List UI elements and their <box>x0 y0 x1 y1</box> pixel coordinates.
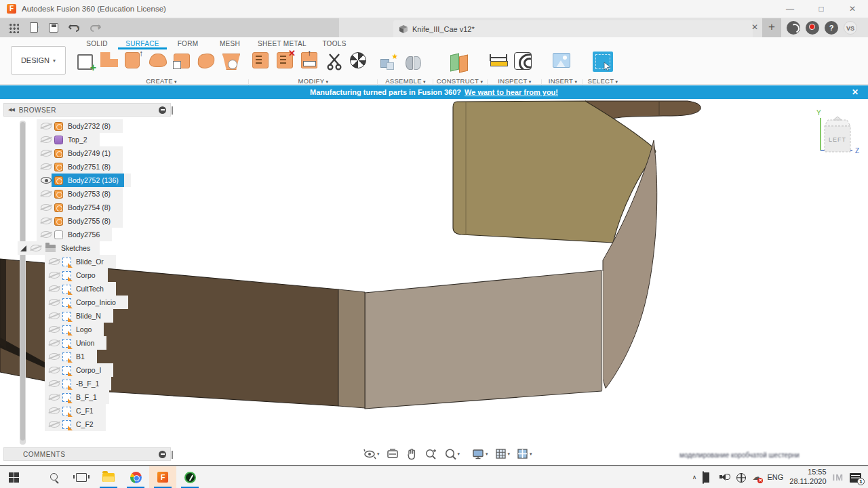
grid-settings-button[interactable]: ▾ <box>493 447 513 462</box>
visibility-eye-icon[interactable] <box>41 163 52 170</box>
visibility-eye-icon[interactable] <box>41 150 52 157</box>
model-viewport[interactable]: Y Z LEFT ◀◀ BROWSER Body2732 (8)Top_2Bod… <box>0 99 868 465</box>
comments-panel-header[interactable]: COMMENTS <box>3 447 171 461</box>
battery-icon[interactable] <box>703 472 713 483</box>
view-cube-face-label[interactable]: LEFT <box>829 136 846 143</box>
press-pull-icon[interactable] <box>301 52 317 68</box>
visibility-eye-icon[interactable] <box>49 421 60 428</box>
sweep-icon[interactable] <box>149 54 167 67</box>
redo-caret[interactable]: ▾ <box>98 25 100 30</box>
app-grid-icon[interactable] <box>8 22 19 33</box>
start-button[interactable] <box>0 466 27 488</box>
user-avatar[interactable]: VS <box>844 21 857 35</box>
trim-scissors-icon[interactable] <box>326 52 344 71</box>
browser-item-body2754-8-[interactable]: Body2754 (8) <box>37 201 123 214</box>
browser-item-sketch-corpo[interactable]: Corpo <box>45 268 108 282</box>
new-document-tab-button[interactable]: + <box>762 18 781 37</box>
file-menu-icon[interactable] <box>30 22 38 33</box>
visibility-eye-icon[interactable] <box>49 340 60 346</box>
comments-options-icon[interactable] <box>159 451 166 458</box>
help-icon[interactable]: ? <box>825 21 838 35</box>
pan-button[interactable] <box>403 447 420 462</box>
browser-collapse-icon[interactable]: ◀◀ <box>8 107 14 113</box>
model-slab-side-face[interactable] <box>338 289 365 408</box>
close-button[interactable]: ✕ <box>837 0 868 18</box>
browser-item-sketch-culttech[interactable]: CultTech <box>45 282 116 296</box>
browser-panel-header[interactable]: ◀◀ BROWSER <box>3 103 171 117</box>
visibility-eye-icon[interactable] <box>41 136 52 143</box>
browser-item-sketch-b-f-1[interactable]: B_F_1 <box>45 390 109 404</box>
browser-item-body2732-8-[interactable]: Body2732 (8) <box>37 119 123 133</box>
save-icon[interactable] <box>49 23 58 33</box>
assemble-group-label[interactable]: ASSEMBLE <box>380 77 431 85</box>
visibility-eye-icon[interactable] <box>41 190 52 197</box>
visibility-eye-icon[interactable] <box>41 218 52 224</box>
browser-item-sketch-c-f2[interactable]: C_F2 <box>45 418 106 431</box>
expand-triangle-icon[interactable] <box>20 245 26 251</box>
visibility-eye-icon[interactable] <box>31 245 41 251</box>
visibility-eye-icon[interactable] <box>49 299 60 306</box>
maximize-button[interactable]: □ <box>806 0 837 18</box>
ribbon-tab-surface[interactable]: SURFACE <box>118 39 167 49</box>
document-tab[interactable]: Knife_III_Cae v12* <box>393 20 753 37</box>
banner-close-icon[interactable]: ✕ <box>852 87 859 97</box>
zoom-window-button[interactable]: ▾ <box>442 447 462 462</box>
view-cube[interactable]: Y Z LEFT <box>816 109 859 155</box>
insert-group-label[interactable]: INSERT <box>544 77 582 85</box>
ribbon-tab-solid[interactable]: SOLID <box>76 39 118 49</box>
chrome-icon[interactable] <box>122 466 149 488</box>
browser-item-body2749-1-[interactable]: Body2749 (1) <box>37 146 123 160</box>
section-analysis-icon[interactable] <box>514 52 532 70</box>
fusion360-taskbar-icon[interactable]: F <box>149 466 176 488</box>
browser-item-body2751-8-[interactable]: Body2751 (8) <box>37 160 123 174</box>
visibility-eye-icon[interactable] <box>41 177 52 184</box>
patch-icon[interactable] <box>197 52 215 69</box>
visibility-eye-icon[interactable] <box>49 326 60 333</box>
document-tab-close-icon[interactable]: ✕ <box>749 22 761 32</box>
network-icon[interactable] <box>736 473 746 483</box>
modify-group-label[interactable]: MODIFY <box>252 77 374 85</box>
extrude-icon[interactable] <box>100 52 118 67</box>
ribbon-tab-sheet-metal[interactable]: SHEET METAL <box>251 39 313 49</box>
minimize-button[interactable]: — <box>774 0 806 18</box>
onedrive-error-icon[interactable]: ☁ <box>752 472 761 483</box>
browser-item-sketch-c-f1[interactable]: C_F1 <box>45 404 106 418</box>
browser-item-sketches-folder[interactable]: Sketches <box>18 241 100 255</box>
browser-item-sketch-blide-or[interactable]: Blide_Or <box>45 255 116 268</box>
new-component-icon[interactable] <box>380 51 399 73</box>
construct-group-label[interactable]: CONSTRUCT <box>435 77 484 85</box>
select-group-label[interactable]: SELECT <box>585 77 621 85</box>
ribbon-tab-form[interactable]: FORM <box>167 39 209 49</box>
notifications-icon[interactable] <box>806 21 819 35</box>
browser-item-top-2[interactable]: Top_2 <box>37 133 100 146</box>
construct-plane-icon[interactable] <box>449 51 468 73</box>
browser-item-sketch-blide-n[interactable]: Blide_N <box>45 309 113 323</box>
visibility-eye-icon[interactable] <box>49 258 60 265</box>
trim-lines-icon[interactable] <box>252 52 269 68</box>
file-explorer-icon[interactable] <box>95 466 122 488</box>
hidden-icons-chevron[interactable]: ∧ <box>692 474 697 481</box>
clock[interactable]: 15:55 28.11.2020 <box>789 468 826 487</box>
visibility-eye-icon[interactable] <box>49 272 60 279</box>
visibility-eye-icon[interactable] <box>49 367 60 373</box>
comments-resize-grip[interactable] <box>172 451 173 459</box>
ruled-surface-icon[interactable] <box>222 54 240 70</box>
model-middle-panel-face[interactable] <box>365 270 601 409</box>
language-indicator[interactable]: ENG <box>767 473 783 481</box>
visibility-eye-icon[interactable] <box>41 231 52 238</box>
browser-item-body2755-8-[interactable]: Body2755 (8) <box>37 214 123 228</box>
browser-resize-grip[interactable] <box>172 106 173 115</box>
delete-face-icon[interactable] <box>277 52 293 68</box>
create-group-label[interactable]: CREATE <box>76 77 247 85</box>
coreldraw-icon[interactable] <box>176 466 203 488</box>
visibility-eye-icon[interactable] <box>49 407 60 414</box>
browser-item-sketch-corpo-i[interactable]: Corpo_I <box>45 363 113 377</box>
visibility-eye-icon[interactable] <box>49 285 60 292</box>
visibility-eye-icon[interactable] <box>49 353 60 360</box>
banner-link[interactable]: We want to hear from you! <box>465 88 558 96</box>
pattern-sphere-icon[interactable] <box>350 52 366 68</box>
create-sketch-icon[interactable] <box>76 51 95 73</box>
visibility-eye-icon[interactable] <box>49 312 60 319</box>
job-status-icon[interactable] <box>787 21 800 35</box>
visibility-eye-icon[interactable] <box>41 204 52 211</box>
